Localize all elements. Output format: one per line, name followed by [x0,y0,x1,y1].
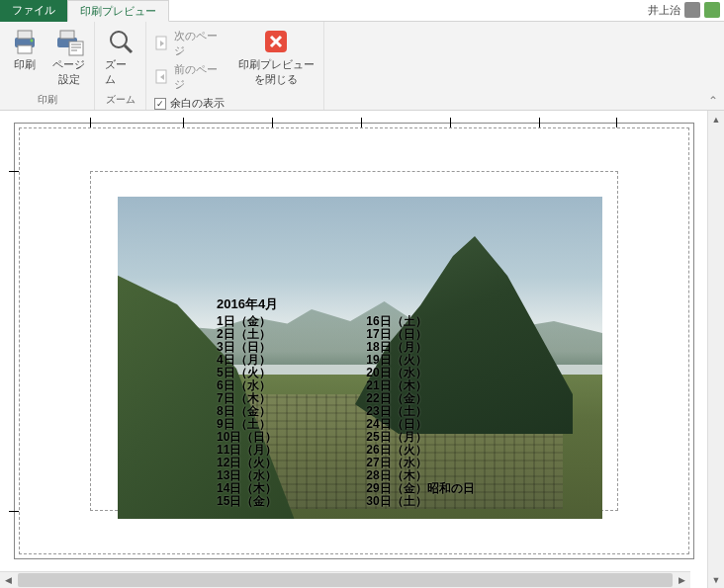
preview-area[interactable]: 2016年4月 1日（金） 2日（土） 3日（日） 4日（月） 5日（火） 6日… [0,111,707,588]
page-preview: 2016年4月 1日（金） 2日（土） 3日（日） 4日（月） 5日（火） 6日… [14,123,694,559]
scroll-down-icon[interactable]: ▼ [708,571,724,588]
scroll-right-icon[interactable]: ▶ [674,572,690,588]
tab-file[interactable]: ファイル [0,0,67,22]
svg-line-8 [125,45,132,52]
svg-rect-6 [69,42,83,55]
print-button[interactable]: 印刷 [6,24,44,89]
page-prev-icon [154,69,170,85]
scroll-up-icon[interactable]: ▲ [708,111,724,127]
prev-page-button: 前のページ [152,61,228,93]
margin-tick[interactable] [90,118,91,127]
svg-point-7 [111,32,127,47]
margin-tick[interactable] [9,511,19,512]
margin-tick[interactable] [539,118,540,127]
avatar-icon [684,2,700,18]
margin-tick[interactable] [9,171,19,172]
calendar-title: 2016年4月 [217,295,475,313]
ribbon: 印刷 ページ 設定 印刷 ズーム ズーム [0,22,724,111]
checkbox-icon: ✓ [154,98,166,110]
horizontal-scrollbar[interactable]: ◀ ▶ [0,571,690,588]
ribbon-group-label: ズーム [101,91,139,110]
tab-print-preview[interactable]: 印刷プレビュー [67,0,169,22]
vertical-scrollbar[interactable]: ▲ ▼ [707,111,724,588]
calendar-date: 15日（金） [217,495,277,508]
workspace: 2016年4月 1日（金） 2日（土） 3日（日） 4日（月） 5日（火） 6日… [0,111,724,588]
calendar-col-right: 16日（土） 17日（日） 18日（月） 19日（火） 20日（水） 21日（木… [366,315,474,508]
zoom-button[interactable]: ズーム [101,24,139,89]
photo-background: 2016年4月 1日（金） 2日（土） 3日（日） 4日（月） 5日（火） 6日… [118,197,602,519]
svg-rect-2 [18,45,32,53]
page-setup-icon [53,26,85,57]
svg-rect-5 [60,31,74,39]
close-preview-button[interactable]: 印刷プレビュー を閉じる [234,24,317,89]
zoom-icon [105,26,136,57]
svg-rect-1 [18,31,32,39]
avatar-icon [704,2,720,18]
margin-tick[interactable] [450,118,451,127]
margin-tick[interactable] [361,118,362,127]
margin-tick[interactable] [272,118,273,127]
show-margins-checkbox[interactable]: ✓ 余白の表示 [152,95,228,112]
calendar-col-left: 1日（金） 2日（土） 3日（日） 4日（月） 5日（火） 6日（水） 7日（木… [217,315,277,508]
close-icon [260,26,292,57]
margin-tick[interactable] [616,118,617,127]
calendar-overlay: 2016年4月 1日（金） 2日（土） 3日（日） 4日（月） 5日（火） 6日… [217,295,475,508]
user-name: 井上治 [648,3,680,18]
ribbon-group-preview: 次のページ 前のページ ✓ 余白の表示 印刷プレビュー を閉じる プレビュー [146,22,324,110]
page-setup-button[interactable]: ページ 設定 [49,24,88,89]
ribbon-group-label: 印刷 [6,91,88,110]
collapse-ribbon-icon[interactable]: ⌃ [708,94,718,108]
svg-point-3 [31,40,34,42]
ribbon-group-zoom: ズーム ズーム [95,22,146,110]
next-page-button: 次のページ [152,28,228,59]
printer-icon [9,26,41,57]
scroll-thumb[interactable] [18,573,673,587]
margin-tick[interactable] [183,118,184,127]
page-next-icon [154,36,170,51]
tab-bar: ファイル 印刷プレビュー 井上治 [0,0,724,22]
user-area[interactable]: 井上治 [648,2,720,18]
scroll-left-icon[interactable]: ◀ [0,572,17,588]
ribbon-group-print: 印刷 ページ 設定 印刷 [0,22,95,110]
calendar-date: 30日（土） [366,495,474,508]
